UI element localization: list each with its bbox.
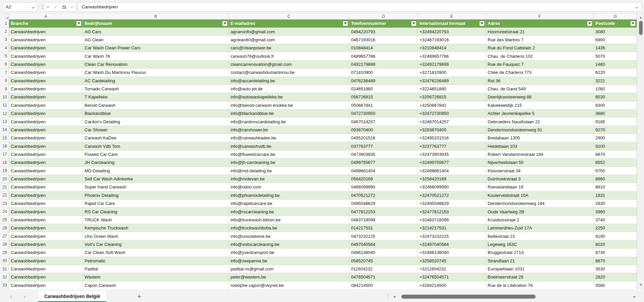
cell[interactable]: Carwash KaDee: [83, 134, 229, 142]
cell[interactable]: 0476504571: [349, 273, 418, 281]
cell[interactable]: Carwashbedrijven: [9, 44, 83, 52]
cell[interactable]: Super Hand Carwash: [83, 183, 229, 191]
cell[interactable]: info@yvestransport.be: [229, 249, 349, 257]
row-number[interactable]: 6: [0, 60, 9, 69]
cell[interactable]: 1435: [594, 44, 637, 52]
cell[interactable]: Clean Car Renovation: [83, 60, 229, 69]
cell[interactable]: info@benoit-carwash-knokke.be: [229, 101, 349, 110]
row-number[interactable]: 25: [0, 216, 9, 224]
cell[interactable]: Carwashbedrijven: [9, 249, 83, 257]
cell[interactable]: T Kapelleke: [83, 93, 229, 101]
cell[interactable]: Self Car Wash Adinkerke: [83, 175, 229, 183]
cell[interactable]: 024651880: [349, 85, 418, 93]
row-number[interactable]: 4: [0, 44, 9, 52]
horizontal-scrollbar[interactable]: ◄ ►: [392, 294, 637, 300]
cell[interactable]: +32473903935: [418, 150, 486, 159]
cell[interactable]: Bettestraat 23: [486, 232, 594, 240]
cell[interactable]: Rue du Fond Cattelain 2: [486, 44, 594, 52]
row-number[interactable]: 8: [0, 77, 9, 85]
prev-sheet-icon[interactable]: ‹: [6, 291, 16, 302]
row-number[interactable]: 33: [0, 282, 9, 290]
cell[interactable]: +32483718099: [418, 216, 486, 224]
cell[interactable]: +3258420169: [418, 175, 486, 183]
row-number[interactable]: 15: [0, 134, 9, 142]
filter-button[interactable]: [343, 21, 348, 26]
cell[interactable]: Robert Vandammestraat 184: [486, 150, 594, 159]
cell[interactable]: Lammerdries-Zuid 17A: [486, 224, 594, 232]
cell[interactable]: info@jh-carcleaning.be: [229, 159, 349, 167]
cell[interactable]: 8810: [594, 183, 637, 191]
cell[interactable]: Car Clean Soft Wash: [83, 249, 229, 257]
cell[interactable]: +3271810900: [418, 69, 486, 77]
cell[interactable]: info@rscarcleaning.be: [229, 208, 349, 216]
cell[interactable]: 0483718099: [349, 216, 418, 224]
cell[interactable]: Chée de Charleroi 773: [486, 69, 594, 77]
cell[interactable]: Bruggestraat 271A: [486, 249, 594, 257]
cell[interactable]: 8670: [594, 257, 637, 265]
cell[interactable]: +32470521272: [418, 191, 486, 200]
next-sheet-icon[interactable]: ›: [19, 291, 30, 302]
cell[interactable]: Gebroeders Naudtslaan 22: [486, 118, 594, 126]
cell[interactable]: info@nvdevan.be: [229, 175, 349, 183]
cell[interactable]: contact@carwashdumartinrou.be: [229, 69, 349, 77]
cell[interactable]: +32473232225: [418, 232, 486, 240]
cell[interactable]: Carwashbedrijven: [9, 273, 83, 281]
row-number[interactable]: 32: [0, 273, 9, 281]
cell[interactable]: info@rapidcarcare.be: [229, 200, 349, 208]
cell[interactable]: Benoit Carwash: [83, 101, 229, 110]
cell[interactable]: info@accardetailing.be: [229, 77, 349, 85]
cell[interactable]: 9100: [594, 142, 637, 150]
column-header-cell[interactable]: Bedrijfsnaam: [83, 19, 229, 28]
cell[interactable]: 2830: [594, 200, 637, 208]
column-header-cell[interactable]: Internationaal formaat: [418, 19, 486, 28]
cell[interactable]: Carwashbedrijven: [9, 265, 83, 273]
cell[interactable]: Rue de Fauquez 7: [486, 60, 594, 69]
cell[interactable]: Carwashbedrijven: [9, 232, 83, 240]
cell[interactable]: Padital: [83, 265, 229, 273]
row-number[interactable]: 5: [0, 52, 9, 60]
cell[interactable]: Petromatic: [83, 257, 229, 265]
cell[interactable]: 5580: [594, 282, 637, 290]
cell[interactable]: +32476504571: [418, 273, 486, 281]
cell[interactable]: 2820: [594, 273, 637, 281]
row-number[interactable]: 10: [0, 93, 9, 101]
cell[interactable]: Carwashbedrijven: [9, 69, 83, 77]
cell[interactable]: Carwashbedrijven: [9, 191, 83, 200]
row-number[interactable]: 22: [0, 191, 9, 200]
cell[interactable]: Europarklaan 1031: [486, 265, 594, 273]
row-number[interactable]: 12: [0, 110, 9, 118]
cell[interactable]: 2900: [594, 134, 637, 142]
cell[interactable]: info@autowaskapelleke.be: [229, 93, 349, 101]
cell[interactable]: Dendermondsesteenweg 184: [486, 200, 594, 208]
cell[interactable]: Carwashbedrijven: [9, 101, 83, 110]
cell[interactable]: Car Wash Clean Power Cars: [83, 44, 229, 52]
row-number[interactable]: 17: [0, 150, 9, 159]
cell[interactable]: Waxtem: [83, 273, 229, 281]
row-number[interactable]: 13: [0, 118, 9, 126]
column-letter-f[interactable]: F: [486, 13, 594, 19]
cell[interactable]: Carwashbedrijven: [9, 110, 83, 118]
row-number[interactable]: 9: [0, 85, 9, 93]
cell[interactable]: +32497040564: [418, 241, 486, 249]
cell[interactable]: info@blackandblue.be: [229, 110, 349, 118]
scroll-left-icon[interactable]: ◄: [392, 294, 397, 300]
cell[interactable]: +3237763777: [418, 142, 486, 150]
column-letter-e[interactable]: E: [418, 13, 486, 19]
cell[interactable]: Carwashbedrijven: [9, 282, 83, 290]
cell[interactable]: info@truckwash-bilzen.be: [229, 216, 349, 224]
cell[interactable]: Voit’s Car Cleaning: [83, 241, 229, 249]
cell[interactable]: Dendermondsesteenweg 91: [486, 126, 594, 134]
cell[interactable]: 014217531: [349, 224, 418, 232]
cell[interactable]: Achter Jeunenkapelke 5: [486, 110, 594, 118]
cell[interactable]: +32476236489: [418, 77, 486, 85]
cell[interactable]: Carwashbedrijven: [9, 77, 83, 85]
cell[interactable]: Legeweg 163C: [486, 241, 594, 249]
cell[interactable]: Carwashbedrijven: [9, 216, 83, 224]
cell[interactable]: +32499755677: [418, 159, 486, 167]
horizontal-scrollbar-thumb[interactable]: [401, 295, 536, 299]
cell[interactable]: 0498681404: [349, 167, 418, 175]
cell[interactable]: Kouterveldstraat 10A: [486, 191, 594, 200]
column-header-cell[interactable]: Adres: [486, 19, 594, 28]
cell[interactable]: 1831: [594, 191, 637, 200]
cell[interactable]: Carwashbedrijven: [9, 167, 83, 175]
